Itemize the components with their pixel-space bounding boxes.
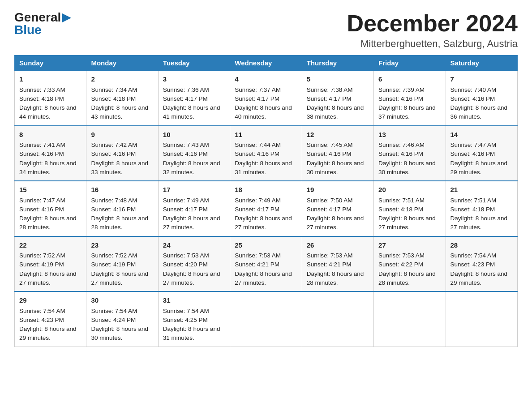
calendar-table: Sunday Monday Tuesday Wednesday Thursday… (14, 55, 518, 347)
sunrise-text: Sunrise: 7:52 AM (19, 252, 65, 259)
sunrise-text: Sunrise: 7:47 AM (450, 141, 497, 148)
daylight-text: Daylight: 8 hours and 43 minutes. (91, 104, 148, 120)
svg-marker-0 (62, 13, 71, 22)
sunset-text: Sunset: 4:17 PM (307, 95, 352, 102)
sunset-text: Sunset: 4:18 PM (378, 206, 423, 213)
sunset-text: Sunset: 4:22 PM (378, 261, 423, 268)
daylight-text: Daylight: 8 hours and 40 minutes. (235, 104, 292, 120)
table-row: 5 Sunrise: 7:38 AM Sunset: 4:17 PM Dayli… (302, 71, 373, 126)
day-number: 15 (19, 185, 82, 195)
sunset-text: Sunset: 4:17 PM (163, 206, 208, 213)
sunset-text: Sunset: 4:18 PM (91, 95, 136, 102)
col-thursday: Thursday (302, 56, 373, 71)
table-row: 10 Sunrise: 7:43 AM Sunset: 4:16 PM Dayl… (158, 126, 230, 181)
sunset-text: Sunset: 4:21 PM (307, 261, 352, 268)
table-row: 8 Sunrise: 7:41 AM Sunset: 4:16 PM Dayli… (15, 126, 86, 181)
table-row (302, 291, 373, 347)
table-row: 14 Sunrise: 7:47 AM Sunset: 4:16 PM Dayl… (446, 126, 517, 181)
sunset-text: Sunset: 4:16 PM (91, 206, 136, 213)
table-row (230, 291, 302, 347)
table-row: 1 Sunrise: 7:33 AM Sunset: 4:18 PM Dayli… (15, 71, 86, 126)
sunrise-text: Sunrise: 7:47 AM (19, 197, 65, 204)
day-number: 4 (235, 74, 297, 85)
daylight-text: Daylight: 8 hours and 31 minutes. (235, 160, 292, 176)
col-wednesday: Wednesday (230, 56, 302, 71)
sunrise-text: Sunrise: 7:40 AM (450, 86, 497, 93)
day-number: 1 (19, 74, 82, 85)
table-row: 24 Sunrise: 7:53 AM Sunset: 4:20 PM Dayl… (158, 236, 230, 292)
daylight-text: Daylight: 8 hours and 27 minutes. (450, 215, 508, 231)
table-row: 18 Sunrise: 7:49 AM Sunset: 4:17 PM Dayl… (230, 181, 302, 236)
daylight-text: Daylight: 8 hours and 27 minutes. (235, 215, 292, 231)
table-row: 21 Sunrise: 7:51 AM Sunset: 4:18 PM Dayl… (446, 181, 517, 236)
day-number: 26 (307, 240, 369, 251)
day-number: 9 (91, 130, 153, 140)
daylight-text: Daylight: 8 hours and 29 minutes. (19, 325, 77, 341)
day-number: 25 (235, 240, 297, 251)
table-row: 15 Sunrise: 7:47 AM Sunset: 4:16 PM Dayl… (15, 181, 86, 236)
sunset-text: Sunset: 4:16 PM (19, 206, 64, 213)
daylight-text: Daylight: 8 hours and 30 minutes. (91, 325, 148, 341)
sunset-text: Sunset: 4:20 PM (163, 261, 208, 268)
calendar-week-row: 29 Sunrise: 7:54 AM Sunset: 4:23 PM Dayl… (15, 291, 518, 347)
day-number: 30 (91, 295, 153, 306)
sunset-text: Sunset: 4:16 PM (91, 150, 136, 157)
day-number: 11 (235, 130, 297, 140)
sunset-text: Sunset: 4:17 PM (235, 206, 279, 213)
daylight-text: Daylight: 8 hours and 28 minutes. (91, 215, 148, 231)
daylight-text: Daylight: 8 hours and 27 minutes. (307, 215, 364, 231)
daylight-text: Daylight: 8 hours and 34 minutes. (19, 160, 77, 176)
sunrise-text: Sunrise: 7:44 AM (235, 141, 281, 148)
day-number: 6 (378, 74, 441, 85)
sunset-text: Sunset: 4:16 PM (378, 150, 423, 157)
daylight-text: Daylight: 8 hours and 41 minutes. (163, 104, 220, 120)
sunset-text: Sunset: 4:17 PM (235, 95, 279, 102)
logo-text-blue: Blue (14, 23, 42, 37)
sunrise-text: Sunrise: 7:54 AM (91, 308, 137, 314)
table-row: 9 Sunrise: 7:42 AM Sunset: 4:16 PM Dayli… (86, 126, 158, 181)
day-number: 13 (378, 130, 441, 140)
sunset-text: Sunset: 4:17 PM (307, 206, 352, 213)
sunrise-text: Sunrise: 7:49 AM (163, 197, 209, 204)
calendar-week-row: 1 Sunrise: 7:33 AM Sunset: 4:18 PM Dayli… (15, 71, 518, 126)
sunset-text: Sunset: 4:16 PM (235, 150, 279, 157)
sunset-text: Sunset: 4:17 PM (163, 95, 208, 102)
daylight-text: Daylight: 8 hours and 32 minutes. (163, 160, 220, 176)
day-number: 8 (19, 130, 82, 140)
table-row: 17 Sunrise: 7:49 AM Sunset: 4:17 PM Dayl… (158, 181, 230, 236)
day-number: 17 (163, 185, 225, 195)
table-row: 19 Sunrise: 7:50 AM Sunset: 4:17 PM Dayl… (302, 181, 373, 236)
sunrise-text: Sunrise: 7:53 AM (307, 252, 353, 259)
sunset-text: Sunset: 4:21 PM (235, 261, 279, 268)
table-row: 2 Sunrise: 7:34 AM Sunset: 4:18 PM Dayli… (86, 71, 158, 126)
sunset-text: Sunset: 4:18 PM (450, 206, 495, 213)
day-number: 19 (307, 185, 369, 195)
table-row: 28 Sunrise: 7:54 AM Sunset: 4:23 PM Dayl… (446, 236, 517, 292)
table-row: 22 Sunrise: 7:52 AM Sunset: 4:19 PM Dayl… (15, 236, 86, 292)
day-number: 29 (19, 295, 82, 306)
daylight-text: Daylight: 8 hours and 36 minutes. (450, 104, 508, 120)
title-block: December 2024 Mitterberghuetten, Salzbur… (347, 11, 518, 50)
sunset-text: Sunset: 4:23 PM (19, 317, 64, 323)
sunset-text: Sunset: 4:25 PM (163, 317, 208, 323)
daylight-text: Daylight: 8 hours and 38 minutes. (307, 104, 364, 120)
day-number: 12 (307, 130, 369, 140)
sunrise-text: Sunrise: 7:54 AM (163, 308, 209, 314)
sunrise-text: Sunrise: 7:54 AM (450, 252, 497, 259)
sunset-text: Sunset: 4:16 PM (450, 95, 495, 102)
table-row: 25 Sunrise: 7:53 AM Sunset: 4:21 PM Dayl… (230, 236, 302, 292)
day-number: 23 (91, 240, 153, 251)
daylight-text: Daylight: 8 hours and 28 minutes. (307, 270, 364, 286)
sunrise-text: Sunrise: 7:45 AM (307, 141, 353, 148)
day-number: 5 (307, 74, 369, 85)
daylight-text: Daylight: 8 hours and 27 minutes. (235, 270, 292, 286)
table-row: 26 Sunrise: 7:53 AM Sunset: 4:21 PM Dayl… (302, 236, 373, 292)
day-number: 24 (163, 240, 225, 251)
logo: General Blue (14, 11, 72, 37)
day-number: 18 (235, 185, 297, 195)
logo-arrow-icon (62, 13, 72, 22)
sunrise-text: Sunrise: 7:46 AM (378, 141, 425, 148)
sunrise-text: Sunrise: 7:53 AM (378, 252, 425, 259)
day-number: 22 (19, 240, 82, 251)
day-number: 20 (378, 185, 441, 195)
